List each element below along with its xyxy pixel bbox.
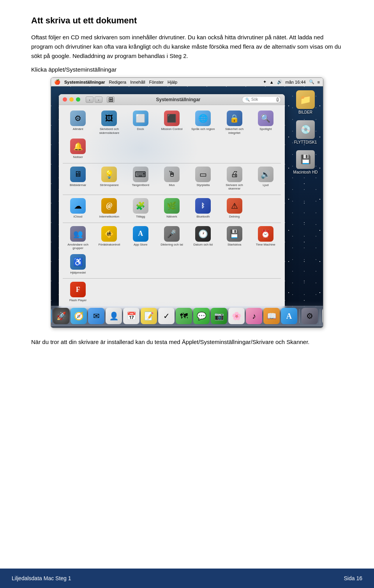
apple-menu[interactable]: 🍎 <box>54 79 60 85</box>
dock-messages[interactable]: 💬 <box>193 308 210 324</box>
pref-item-timemachine[interactable]: ⏰ Time Machine <box>251 225 281 252</box>
pref-item-startup[interactable]: 💾 Startskiva <box>219 225 249 252</box>
pref-item-styrplatta[interactable]: ▭ Styrplatta <box>188 165 218 192</box>
divider-3 <box>63 223 281 223</box>
pref-label-security: Säkerhet och integritet <box>220 127 249 135</box>
dock-syspref[interactable]: ⚙ <box>302 308 318 324</box>
pref-section-4: 👥 Användare och grupper 🚸 Föräldrakontro… <box>63 225 281 276</box>
pref-item-ljud[interactable]: 🔊 Ljud <box>251 165 281 192</box>
pref-icon-mouse: 🖱 <box>164 167 180 182</box>
pref-item-datetime[interactable]: 🕐 Datum och tid <box>188 225 218 252</box>
pref-item-icloud[interactable]: ☁ iCloud <box>63 197 93 220</box>
pref-label-sprak: Språk och region <box>191 127 215 131</box>
closing-paragraph: När du tror att din skrivare är installe… <box>31 337 343 347</box>
pref-label-mus: Mus <box>169 183 175 187</box>
pref-icon-internet: @ <box>101 198 117 214</box>
dock-calendar[interactable]: 📅 <box>123 308 139 324</box>
pref-item-skrivbord[interactable]: 🖼 Skrivbord och skärmsläckare <box>94 109 124 136</box>
pref-label-allmaent: Allmänt <box>73 127 83 131</box>
pref-item-natverk[interactable]: 🌿 Nätverk <box>157 197 187 220</box>
page-title: Att skriva ut ett dokument <box>31 16 343 26</box>
pref-item-strom[interactable]: 💡 Strömsparare <box>94 165 124 192</box>
wifi-icon: ▲ <box>270 80 274 84</box>
click-instruction: Klicka äpplet/Systeminställningar <box>31 66 343 73</box>
menu-bar-left: 🍎 Systeminställningar Redigera Innehåll … <box>54 79 258 85</box>
dock-bar: 😊 🚀 🧭 ✉ 👤 📅 📝 ✓ 🗺 💬 📷 🌸 ♪ 📖 A <box>51 301 323 328</box>
dock-photos[interactable]: 🌸 <box>228 308 245 324</box>
pref-item-sprak[interactable]: 🌐 Språk och region <box>188 109 218 136</box>
desktop-icon-macintosh[interactable]: 💾 Macintosh HD <box>292 150 319 174</box>
pref-item-mus[interactable]: 🖱 Mus <box>157 165 187 192</box>
dock-finder[interactable]: 😊 <box>51 308 52 324</box>
dock-contacts[interactable]: 👤 <box>106 308 122 324</box>
pref-label-tangent: Tangentbord <box>132 183 149 187</box>
minimize-button[interactable] <box>69 97 74 102</box>
pref-item-spotlight[interactable]: 🔍 Spotlight <box>251 109 281 136</box>
pref-section-3: ☁ iCloud @ Internetkonton 🧩 Tillägg � <box>63 197 281 220</box>
dock-trash[interactable]: 🗑 <box>322 308 323 324</box>
menu-hjalp[interactable]: Hjälp <box>168 80 177 84</box>
pref-item-appstore[interactable]: A App Store <box>125 225 156 252</box>
pref-item-dictation[interactable]: 🎤 Diktering och tal <box>157 225 187 252</box>
pref-item-users[interactable]: 👥 Användare och grupper <box>63 225 93 252</box>
pref-icon-language: 🌐 <box>195 111 211 126</box>
forward-button[interactable]: › <box>95 97 102 103</box>
pref-content: ⚙ Allmänt 🖼 Skrivbord och skärmsläckare … <box>59 105 285 310</box>
pref-label-dictation: Diktering och tal <box>161 243 183 247</box>
pref-label-notiser: Notiser <box>73 155 83 159</box>
dock-books[interactable]: 📖 <box>263 308 280 324</box>
pref-item-notiser[interactable]: 🔔 Notiser <box>63 137 93 161</box>
pref-item-mission[interactable]: ⬛ Mission Control <box>157 109 187 136</box>
menu-fonster[interactable]: Fönster <box>149 80 164 84</box>
dock-notes[interactable]: 📝 <box>141 308 157 324</box>
pref-icon-energy: 💡 <box>101 167 117 182</box>
menu-innehall[interactable]: Innehåll <box>130 80 145 84</box>
search-input[interactable] <box>251 97 275 102</box>
pref-item-printer[interactable]: 🖨 Skrivare och skannrar <box>219 165 249 192</box>
back-button[interactable]: ‹ <box>86 97 94 103</box>
close-button[interactable] <box>63 97 67 102</box>
menu-redigera[interactable]: Redigera <box>109 80 127 84</box>
pref-item-security[interactable]: 🔒 Säkerhet och integritet <box>219 109 249 136</box>
pref-item-accessibility[interactable]: ♿ Hjälpmedel <box>63 253 93 276</box>
dock-maps[interactable]: 🗺 <box>176 308 192 324</box>
dock-safari[interactable]: 🧭 <box>71 308 87 324</box>
pref-item-flash[interactable]: F Flash Player <box>63 280 93 304</box>
pref-item-bildskarm[interactable]: 🖥 Bildskärmar <box>63 165 93 192</box>
pref-item-bluetooth[interactable]: ᛒ Bluetooth <box>188 197 218 220</box>
pref-icon-spotlight: 🔍 <box>258 111 273 126</box>
pref-label-internet: Internetkonton <box>99 215 119 219</box>
flyttdisk-icon: 💿 <box>296 120 315 139</box>
pref-item-dock[interactable]: ⬜ Dock <box>125 109 156 136</box>
dock-facetime[interactable]: 📷 <box>211 308 227 324</box>
pref-icon-datetime: 🕐 <box>195 226 211 242</box>
dock-appstore[interactable]: A <box>281 308 297 324</box>
pref-item-delning[interactable]: ⚠ Delning <box>219 197 249 220</box>
desktop-icon-bilder[interactable]: 📁 BILDER <box>292 90 319 114</box>
pref-item-tillagg[interactable]: 🧩 Tillägg <box>125 197 156 220</box>
menu-icon[interactable]: ≡ <box>318 80 320 84</box>
pref-icon-notif: 🔔 <box>70 139 86 154</box>
menu-systeminst[interactable]: Systeminställningar <box>64 80 105 84</box>
desktop-icon-flyttdisk[interactable]: 💿 FLYTTDISK1 <box>292 120 319 144</box>
pref-item-parental[interactable]: 🚸 Föräldrakontroll <box>94 225 124 252</box>
dock-itunes[interactable]: ♪ <box>246 308 262 324</box>
dock-reminders[interactable]: ✓ <box>158 308 175 324</box>
search-icon[interactable]: 🔍 <box>309 79 314 84</box>
pref-item-allmaent[interactable]: ⚙ Allmänt <box>63 109 93 136</box>
pref-label-bildskarm: Bildskärmar <box>70 183 86 187</box>
pref-label-printer: Skrivare och skannrar <box>220 183 249 191</box>
maximize-button[interactable] <box>76 97 80 102</box>
pref-label-delning: Delning <box>229 215 240 219</box>
pref-item-tangent[interactable]: ⌨ Tangentbord <box>125 165 156 192</box>
pref-item-internet[interactable]: @ Internetkonton <box>94 197 124 220</box>
dock-launchpad[interactable]: 🚀 <box>53 308 69 324</box>
divider-2 <box>63 195 281 195</box>
window-search[interactable]: 🔍 ✕ <box>242 96 281 103</box>
grid-button[interactable]: ⊞ <box>107 97 115 103</box>
dock-separator <box>299 309 300 323</box>
pref-icon-keyboard: ⌨ <box>133 167 148 182</box>
search-clear-button[interactable]: ✕ <box>276 97 279 102</box>
pref-icon-dictation: 🎤 <box>164 226 180 242</box>
dock-mail[interactable]: ✉ <box>88 308 104 324</box>
